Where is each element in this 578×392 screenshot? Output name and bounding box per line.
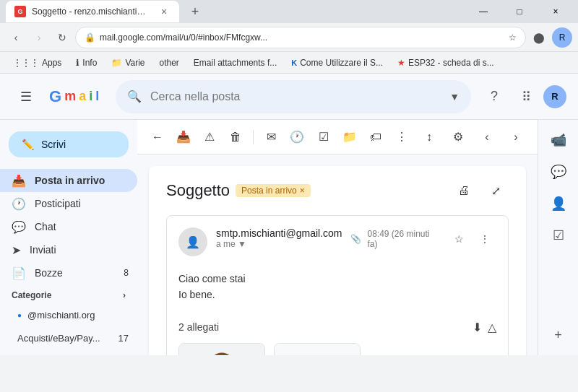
back-to-inbox-button[interactable]: ← <box>146 124 169 150</box>
inbox-label-tag[interactable]: Posta in arrivo × <box>236 184 311 197</box>
attachment-preview-2 <box>275 344 360 355</box>
info-icon: ℹ <box>76 58 79 68</box>
doc-lines <box>290 352 345 355</box>
star-icon: ★ <box>397 58 405 68</box>
settings-button[interactable]: ⚙ <box>445 124 471 150</box>
k-icon: K <box>291 58 297 67</box>
bookmark-esp32[interactable]: ★ ESP32 - scheda di s... <box>393 56 499 69</box>
expand-categories-icon: › <box>123 290 126 300</box>
print-button[interactable]: 🖨 <box>451 178 477 204</box>
bookmark-email-attachments[interactable]: Email attachments f... <box>189 56 281 69</box>
search-icon: 🔍 <box>127 90 142 103</box>
maximize-button[interactable]: □ <box>503 1 536 22</box>
minimize-button[interactable]: — <box>467 1 500 22</box>
sidebar-item-snoozed[interactable]: 🕐 Posticipati <box>0 192 137 215</box>
message-meta: 📎 08:49 (26 minuti fa) ☆ ⋮ <box>350 227 496 251</box>
add-panel-button[interactable]: + <box>544 321 573 349</box>
profile-button[interactable]: R <box>552 27 572 48</box>
archive-button[interactable]: 📥 <box>172 124 195 150</box>
body-line2: Io bene. <box>178 287 496 302</box>
sidebar-item-mischianti[interactable]: ● @mischianti.org <box>0 303 137 326</box>
attachment-card-2[interactable]: T test.txt ⬆ <box>274 343 361 355</box>
next-email-button[interactable]: › <box>503 124 529 150</box>
message-header: 👤 smtp.mischianti@gmail.com a me ▼ 📎 <box>178 227 496 256</box>
chat-panel-button[interactable]: 💬 <box>544 157 573 186</box>
snooze-button[interactable]: 🕐 <box>285 124 309 150</box>
spam-button[interactable]: ⚠ <box>198 124 221 150</box>
sidebar-item-inbox[interactable]: 📥 Posta in arrivo <box>0 169 137 192</box>
address-bar[interactable]: 🔒 mail.google.com/mail/u/0/#inbox/FMfcgx… <box>75 27 526 48</box>
drafts-icon: 📄 <box>12 266 26 280</box>
star-bookmark-icon[interactable]: ☆ <box>509 32 517 43</box>
forward-button[interactable]: › <box>29 27 49 48</box>
sent-icon: ➤ <box>12 243 21 257</box>
label-tag-close[interactable]: × <box>300 186 305 196</box>
bookmark-apps[interactable]: ⋮⋮⋮ Apps <box>9 56 66 69</box>
folder-icon: 📁 <box>111 58 122 68</box>
back-button[interactable]: ‹ <box>6 27 26 48</box>
sender-to[interactable]: a me ▼ <box>216 239 342 249</box>
browser-tab[interactable]: G Soggetto - renzo.mischianti@gi... × <box>6 1 179 22</box>
bookmark-varie[interactable]: 📁 Varie <box>107 56 149 69</box>
message-action-icons: ☆ ⋮ <box>447 227 496 251</box>
tasks-panel-button[interactable]: ☑ <box>544 221 573 250</box>
categories-section[interactable]: Categorie › <box>0 284 137 303</box>
snoozed-icon: 🕐 <box>12 197 26 211</box>
sidebar-item-chat[interactable]: 💬 Chat <box>0 215 137 238</box>
email-view: Soggetto Posta in arrivo × 🖨 ⤢ <box>149 166 526 355</box>
subject-row: Soggetto Posta in arrivo × 🖨 ⤢ <box>166 178 509 204</box>
tab-title: Soggetto - renzo.mischianti@gi... <box>32 6 152 17</box>
window-controls: — □ × <box>467 1 572 22</box>
security-icon: 🔒 <box>85 32 95 43</box>
gmail-app: ☰ G m a i l 🔍 ▼ ? ⠿ R ✏️ Scrivi 📥 <box>0 74 578 355</box>
download-all-button[interactable]: ⬇ <box>473 321 482 334</box>
save-to-drive-button[interactable]: △ <box>488 321 496 334</box>
sidebar-item-sent[interactable]: ➤ Inviati <box>0 238 137 261</box>
new-tab-button[interactable]: + <box>185 1 205 22</box>
move-to-button[interactable]: 📁 <box>338 124 361 150</box>
sort-button[interactable]: ↕ <box>416 124 442 150</box>
profile-avatar[interactable]: R <box>543 85 566 108</box>
refresh-button[interactable]: ↻ <box>52 27 72 48</box>
search-bar[interactable]: 🔍 ▼ <box>116 80 471 113</box>
bookmark-other[interactable]: other <box>155 56 184 69</box>
star-message-button[interactable]: ☆ <box>447 227 470 251</box>
body-line1: Ciao come stai <box>178 271 496 287</box>
tab-close-button[interactable]: × <box>158 5 171 18</box>
svg-point-1 <box>210 352 234 355</box>
search-input[interactable] <box>150 90 441 103</box>
delete-button[interactable]: 🗑 <box>224 124 247 150</box>
message-time: 08:49 (26 minuti fa) <box>367 229 441 249</box>
help-button[interactable]: ? <box>480 82 509 111</box>
email-area: ← 📥 ⚠ 🗑 ✉ 🕐 ☑ 📁 🏷 ⋮ ↕ ⚙ ‹ › <box>137 120 538 355</box>
extensions-button[interactable]: ⬤ <box>529 27 549 48</box>
labels-button[interactable]: 🏷 <box>364 124 387 150</box>
new-window-button[interactable]: ⤢ <box>483 178 509 204</box>
sidebar-item-acquisti[interactable]: Acquisti/eBay/Pay... 17 <box>0 326 137 349</box>
sidebar: ✏️ Scrivi 📥 Posta in arrivo 🕐 Posticipat… <box>0 120 137 355</box>
menu-button[interactable]: ☰ <box>12 82 40 111</box>
more-options-button[interactable]: ⋮ <box>390 124 413 150</box>
mark-unread-button[interactable]: ✉ <box>259 124 282 150</box>
apps-button[interactable]: ⠿ <box>512 82 540 111</box>
email-subject: Soggetto <box>166 181 230 200</box>
more-message-button[interactable]: ⋮ <box>473 227 496 251</box>
close-button[interactable]: × <box>539 1 572 22</box>
contacts-panel-button[interactable]: 👤 <box>544 189 573 218</box>
monkey-image <box>193 347 251 355</box>
meet-panel-button[interactable]: 📹 <box>544 126 573 154</box>
attachment-card-1[interactable]: 🖼 <box>178 343 265 355</box>
sidebar-item-eoohead[interactable]: Eoohead 4 <box>0 349 137 355</box>
sidebar-item-drafts[interactable]: 📄 Bozze 8 <box>0 261 137 284</box>
bookmark-come-utilizzare[interactable]: K Come Utilizzare il S... <box>287 56 387 69</box>
sender-info: smtp.mischianti@gmail.com a me ▼ <box>216 227 342 249</box>
right-panel: 📹 💬 👤 ☑ + <box>538 120 578 355</box>
prev-email-button[interactable]: ‹ <box>474 124 500 150</box>
chat-icon: 💬 <box>12 220 26 234</box>
search-dropdown-icon[interactable]: ▼ <box>449 91 460 103</box>
bookmark-info[interactable]: ℹ Info <box>72 56 101 69</box>
toolbar-divider <box>253 130 254 144</box>
message-body: Ciao come stai Io bene. <box>178 265 496 309</box>
compose-button[interactable]: ✏️ Scrivi <box>9 131 129 157</box>
add-to-tasks-button[interactable]: ☑ <box>312 124 335 150</box>
